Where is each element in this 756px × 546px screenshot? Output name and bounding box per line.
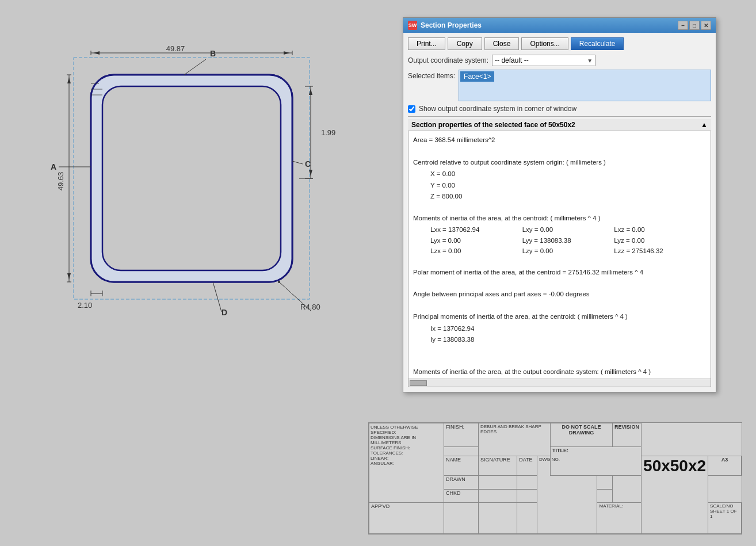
svg-text:1.99: 1.99 <box>321 128 335 137</box>
selected-items-row: Selected items: Face<1> <box>408 70 711 101</box>
surface-text: SURFACE FINISH: <box>371 445 442 450</box>
lyx: Lyx = 0.00 <box>430 235 522 246</box>
svg-text:A: A <box>51 162 56 171</box>
divider <box>408 116 711 117</box>
dialog-title: Section Properties <box>421 21 482 29</box>
svg-text:C: C <box>305 159 311 169</box>
svg-marker-12 <box>284 51 290 55</box>
collapse-icon[interactable]: ▲ <box>701 121 708 129</box>
output-coord-select[interactable]: -- default -- ▼ <box>492 55 595 66</box>
titlebar-controls[interactable]: – □ ✕ <box>678 21 711 30</box>
drawn-sig <box>517 476 537 489</box>
empty-cell-1 <box>444 447 479 456</box>
notes-cell: UNLESS OTHERWISE SPECIFIED: DIMENSIONS A… <box>369 423 444 503</box>
recalculate-button[interactable]: Recalculate <box>571 37 624 50</box>
lyz: Lyz = 0.00 <box>614 235 706 246</box>
appvd-name <box>444 503 479 534</box>
svg-marker-18 <box>67 273 71 280</box>
drawn-name <box>479 476 517 489</box>
properties-scroll-area[interactable]: Area = 368.54 millimeters^2 Centroid rel… <box>408 131 711 387</box>
finish-cell: FINISH: <box>444 423 479 447</box>
dim-mm-text: DIMENSIONS ARE IN MILLIMETERS <box>371 435 442 445</box>
part-name-cell: 50x50x2 <box>642 456 708 534</box>
angle-header: Angle between principal axes and part ax… <box>413 289 706 299</box>
horizontal-scrollbar[interactable] <box>408 379 711 387</box>
tolerances-text: TOLERANCES: <box>371 450 442 456</box>
minimize-button[interactable]: – <box>678 21 688 30</box>
do-not-scale-cell: DO NOT SCALE DRAWING <box>550 423 612 447</box>
paper-size-cell: A3 <box>708 456 742 476</box>
revision-cell: REVISION <box>613 423 642 447</box>
close-dialog-button[interactable]: Close <box>484 37 520 50</box>
print-button[interactable]: Print... <box>408 37 445 50</box>
svg-marker-17 <box>67 77 71 83</box>
centroid-y: Y = 0.00 <box>430 180 706 190</box>
lzy: Lzy = 0.00 <box>522 246 614 256</box>
show-coord-checkbox[interactable] <box>408 105 415 113</box>
svg-text:49.87: 49.87 <box>166 44 185 53</box>
appvd-label: APP'VD <box>369 503 444 534</box>
polar-header: Polar moment of inertia of the area, at … <box>413 267 706 277</box>
scale-cell: SCALE/NO SHEET 1 OF 1 <box>708 503 742 534</box>
svg-text:R4.80: R4.80 <box>300 303 320 311</box>
centroid-x: X = 0.00 <box>430 169 706 179</box>
principal-header: Principal moments of inertia of the area… <box>413 311 706 322</box>
svg-line-37 <box>184 59 206 75</box>
properties-content: Area = 368.54 millimeters^2 Centroid rel… <box>408 131 711 379</box>
angular-text: ANGULAR: <box>371 461 442 466</box>
area-line: Area = 368.54 millimeters^2 <box>413 135 706 145</box>
title-block: UNLESS OTHERWISE SPECIFIED: DIMENSIONS A… <box>368 422 742 534</box>
svg-text:49.63: 49.63 <box>56 172 65 191</box>
lxx: Lxx = 137062.94 <box>430 224 522 235</box>
section-header-text: Section properties of the selected face … <box>411 121 575 129</box>
iy: Iy = 138083.38 <box>430 334 706 345</box>
selected-items-label: Selected items: <box>408 72 455 80</box>
svg-line-39 <box>292 161 303 164</box>
appvd-date <box>517 503 537 534</box>
inertia-grid: Lxx = 137062.94 Lxy = 0.00 Lxz = 0.00 Ly… <box>430 224 706 256</box>
title-table: UNLESS OTHERWISE SPECIFIED: DIMENSIONS A… <box>369 423 742 534</box>
scroll-thumb[interactable] <box>410 380 427 386</box>
svg-text:D: D <box>222 308 227 317</box>
output-coord-row: Output coordinate system: -- default -- … <box>408 55 711 66</box>
close-window-button[interactable]: ✕ <box>701 21 711 30</box>
centroid-z: Z = 800.00 <box>430 191 706 201</box>
linear-text: LINEAR: <box>371 456 442 461</box>
chkd-label: CHKD <box>444 489 479 502</box>
selected-items-box[interactable]: Face<1> <box>459 70 711 101</box>
output-coord-value: -- default -- <box>495 56 529 64</box>
lxy: Lxy = 0.00 <box>522 224 614 235</box>
lzz: Lzz = 275146.32 <box>614 246 706 256</box>
debur-cell: DEBUR AND BREAK SHARP EDGES <box>479 423 551 456</box>
dwg-no-cell: DWG NO. <box>537 456 597 534</box>
dialog-body: Print... Copy Close Options... Recalcula… <box>403 33 716 392</box>
show-coord-row: Show output coordinate system in corner … <box>408 105 711 113</box>
svg-text:B: B <box>210 49 216 58</box>
sw-icon: SW <box>408 21 417 30</box>
chkd-sig <box>517 489 537 502</box>
date-header: DATE <box>517 456 537 476</box>
dialog-titlebar: SW Section Properties – □ ✕ <box>403 18 716 33</box>
dropdown-arrow-icon: ▼ <box>587 58 593 64</box>
inertia-header: Moments of inertia of the area, at the c… <box>413 213 706 223</box>
unless-text: UNLESS OTHERWISE SPECIFIED: <box>371 425 442 435</box>
chkd-name <box>479 489 517 502</box>
show-coord-label: Show output coordinate system in corner … <box>419 105 576 113</box>
output-coord-label: Output coordinate system: <box>408 56 488 64</box>
ix: Ix = 137062.94 <box>430 323 706 334</box>
drawn-date <box>597 476 613 489</box>
lxz: Lxz = 0.00 <box>614 224 706 235</box>
lzx: Lzx = 0.00 <box>430 246 522 256</box>
cad-drawing: 49.87 49.63 1.99 2.10 R4.80 A B C D <box>0 0 368 414</box>
sig-header: SIGNATURE <box>479 456 517 476</box>
drawn-label: DRAWN <box>444 476 479 489</box>
appvd-sig <box>479 503 517 534</box>
lyy: Lyy = 138083.38 <box>522 235 614 246</box>
toolbar-row: Print... Copy Close Options... Recalcula… <box>408 37 711 50</box>
copy-button[interactable]: Copy <box>448 37 482 50</box>
restore-button[interactable]: □ <box>689 21 700 30</box>
name-header: NAME <box>444 456 479 476</box>
svg-line-41 <box>213 282 222 312</box>
chkd-date <box>597 489 613 502</box>
options-button[interactable]: Options... <box>521 37 568 50</box>
